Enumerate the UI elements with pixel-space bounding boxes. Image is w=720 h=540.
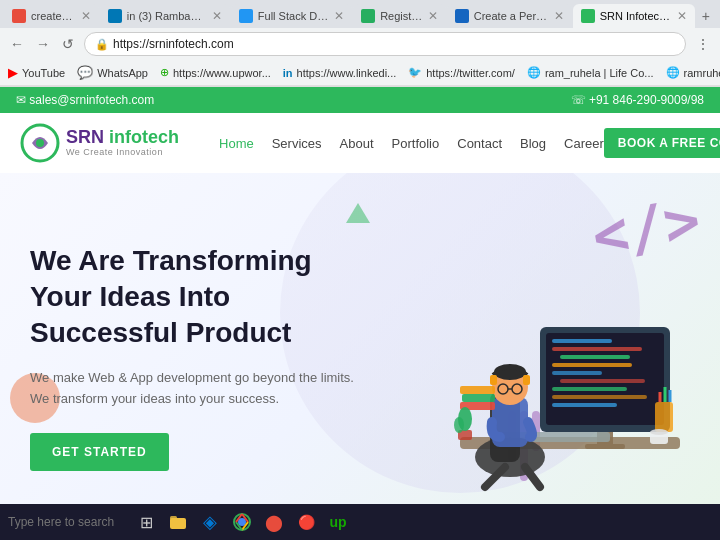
bookmark-lifecoach[interactable]: 🌐 ram_ruhela | Life Co... xyxy=(527,66,654,79)
hero-title: We Are Transforming Your Ideas Into Succ… xyxy=(30,243,370,352)
bookmark-fiverr[interactable]: 🌐 ramruhela | Fiverr xyxy=(666,66,720,79)
hero-content: We Are Transforming Your Ideas Into Succ… xyxy=(30,243,370,472)
tab-favicon xyxy=(581,9,595,23)
svg-point-1 xyxy=(36,139,44,147)
tab-1[interactable]: created by R... ✕ xyxy=(4,4,99,28)
nav-portfolio[interactable]: Portfolio xyxy=(392,136,440,151)
circle-app-btn[interactable]: ⬤ xyxy=(260,508,288,536)
tab-favicon xyxy=(108,9,122,23)
tab-favicon xyxy=(455,9,469,23)
lock-icon: 🔒 xyxy=(95,38,109,51)
svg-rect-6 xyxy=(552,347,642,351)
svg-point-38 xyxy=(650,429,668,435)
address-input[interactable]: 🔒 https://srninfotech.com xyxy=(84,32,686,56)
nav-links: Home Services About Portfolio Contact Bl… xyxy=(219,136,604,151)
file-explorer-btn[interactable] xyxy=(164,508,192,536)
logo-srn: SRN infotech xyxy=(66,128,179,148)
svg-point-36 xyxy=(454,417,464,433)
bookmark-label: WhatsApp xyxy=(97,67,148,79)
red-icon-btn[interactable]: 🔴 xyxy=(292,508,320,536)
tab-title: created by R... xyxy=(31,10,76,22)
twitter-icon: 🐦 xyxy=(408,66,422,79)
svg-rect-30 xyxy=(655,402,673,432)
tab-5[interactable]: Create a Personal or S ✕ xyxy=(447,4,572,28)
nav-contact[interactable]: Contact xyxy=(457,136,502,151)
svg-rect-8 xyxy=(552,363,632,367)
nav-blog[interactable]: Blog xyxy=(520,136,546,151)
chrome-btn[interactable] xyxy=(228,508,256,536)
browser-chrome: created by R... ✕ in (3) Rambabu Ruhela … xyxy=(0,0,720,87)
tab-title: Register-Legit xyxy=(380,10,423,22)
dev-svg xyxy=(410,237,690,497)
taskbar-search[interactable] xyxy=(8,515,128,529)
task-view-btn[interactable]: ⊞ xyxy=(132,508,160,536)
new-tab-btn[interactable]: + xyxy=(696,8,716,24)
bookmark-upwork[interactable]: ⊕ https://www.upwor... xyxy=(160,66,271,79)
linkedin-icon: in xyxy=(283,67,293,79)
website-content: ✉ sales@srninfotech.com ☏ +91 846-290-90… xyxy=(0,87,720,540)
tab-title: SRN Infotech - Web & xyxy=(600,10,672,22)
tab-close[interactable]: ✕ xyxy=(677,9,687,23)
upwork-btn[interactable]: up xyxy=(324,508,352,536)
address-bar: ← → ↺ 🔒 https://srninfotech.com ⋮ xyxy=(0,28,720,60)
nav-services[interactable]: Services xyxy=(272,136,322,151)
get-started-btn[interactable]: GET STARTED xyxy=(30,433,169,471)
whatsapp-icon: 💬 xyxy=(77,65,93,80)
tab-close[interactable]: ✕ xyxy=(428,9,438,23)
tab-close[interactable]: ✕ xyxy=(554,9,564,23)
folder-icon xyxy=(168,512,188,532)
svg-rect-28 xyxy=(462,394,495,402)
tab-close[interactable]: ✕ xyxy=(81,9,91,23)
youtube-icon: ▶ xyxy=(8,65,18,80)
triangle-decoration xyxy=(346,203,370,223)
nav-about[interactable]: About xyxy=(340,136,374,151)
bookmark-youtube[interactable]: ▶ YouTube xyxy=(8,65,65,80)
tab-favicon xyxy=(361,9,375,23)
bookmark-label: https://www.upwor... xyxy=(173,67,271,79)
tab-6-active[interactable]: SRN Infotech - Web & ✕ xyxy=(573,4,695,28)
bookmark-label: ramruhela | Fiverr xyxy=(684,67,720,79)
menu-btn[interactable]: ⋮ xyxy=(694,34,712,54)
svg-rect-12 xyxy=(552,395,647,399)
svg-rect-29 xyxy=(460,386,495,394)
contact-phone: ☏ +91 846-290-9009/98 xyxy=(571,93,704,107)
logo-infotech: infotech xyxy=(109,127,179,147)
tab-close[interactable]: ✕ xyxy=(334,9,344,23)
bookmark-label: https://www.linkedi... xyxy=(297,67,397,79)
svg-rect-10 xyxy=(560,379,645,383)
chrome-icon xyxy=(232,512,252,532)
refresh-btn[interactable]: ↺ xyxy=(60,34,76,54)
tab-bar: created by R... ✕ in (3) Rambabu Ruhela … xyxy=(0,0,720,28)
back-btn[interactable]: ← xyxy=(8,34,26,54)
tab-3[interactable]: Full Stack Dev Inquiry ✕ xyxy=(231,4,352,28)
tab-favicon xyxy=(239,9,253,23)
bookmark-whatsapp[interactable]: 💬 WhatsApp xyxy=(77,65,148,80)
vscode-btn[interactable]: ◈ xyxy=(196,508,224,536)
nav-home[interactable]: Home xyxy=(219,136,254,151)
bookmark-label: ram_ruhela | Life Co... xyxy=(545,67,654,79)
bookmark-twitter[interactable]: 🐦 https://twitter.com/ xyxy=(408,66,515,79)
tab-4[interactable]: Register-Legit ✕ xyxy=(353,4,446,28)
svg-rect-9 xyxy=(552,371,602,375)
svg-rect-15 xyxy=(585,444,625,449)
tab-favicon xyxy=(12,9,26,23)
tab-close[interactable]: ✕ xyxy=(212,9,222,23)
forward-btn[interactable]: → xyxy=(34,34,52,54)
logo-text: SRN infotech We Create Innovation xyxy=(66,128,179,158)
bookmark-linkedin[interactable]: in https://www.linkedi... xyxy=(283,67,396,79)
lifecoach-icon: 🌐 xyxy=(527,66,541,79)
logo-subtitle: We Create Innovation xyxy=(66,148,179,158)
tab-title: Full Stack Dev Inquiry xyxy=(258,10,329,22)
svg-rect-39 xyxy=(490,375,497,385)
tab-title: in (3) Rambabu Ruhela | xyxy=(127,10,207,22)
tab-2[interactable]: in (3) Rambabu Ruhela | ✕ xyxy=(100,4,230,28)
contact-bar: ✉ sales@srninfotech.com ☏ +91 846-290-90… xyxy=(0,87,720,113)
tab-title: Create a Personal or S xyxy=(474,10,549,22)
upwork-icon: ⊕ xyxy=(160,66,169,79)
nav-career[interactable]: Career xyxy=(564,136,604,151)
hero-section: </> We Are Transforming Your Ideas Into … xyxy=(0,173,720,540)
navbar: SRN infotech We Create Innovation Home S… xyxy=(0,113,720,173)
bookmark-label: https://twitter.com/ xyxy=(426,67,515,79)
bookmark-label: YouTube xyxy=(22,67,65,79)
book-consultation-btn[interactable]: BOOK A FREE CONS xyxy=(604,128,720,158)
